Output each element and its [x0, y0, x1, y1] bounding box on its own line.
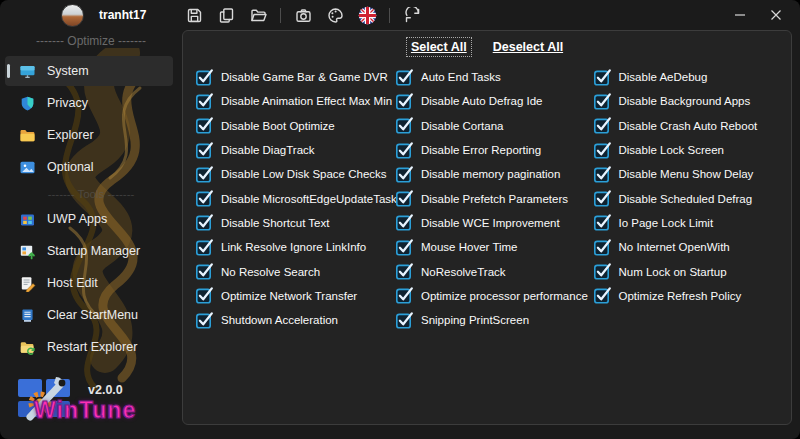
checkbox-label: Auto End Tasks	[421, 71, 501, 83]
checkbox-label: Disable Error Reporting	[421, 144, 541, 156]
checkbox-item[interactable]: Disable Boot Optimize	[196, 114, 396, 138]
minimize-button[interactable]	[722, 0, 758, 30]
checkbox-item[interactable]: Disable DiagTrack	[196, 138, 396, 162]
save-button[interactable]	[182, 3, 206, 27]
checkbox-item[interactable]: Optimize Refresh Policy	[594, 284, 792, 308]
checkbox-item[interactable]: Link Resolve Ignore LinkInfo	[196, 235, 396, 259]
checkbox-item[interactable]: No Internet OpenWith	[594, 235, 792, 259]
checkbox-item[interactable]: Disable Scheduled Defrag	[594, 186, 792, 210]
checkbox-item[interactable]: Disable Crash Auto Reboot	[594, 114, 792, 138]
tweaks-grid: Disable Game Bar & Game DVR Disable Anim…	[183, 56, 791, 332]
copy-button[interactable]	[214, 3, 238, 27]
store-box-icon	[19, 211, 36, 228]
checkbox-item[interactable]: Disable Prefetch Parameters	[396, 186, 594, 210]
sidebar-item-clear-startmenu[interactable]: Clear StartMenu	[5, 300, 173, 330]
checkbox-item[interactable]: Auto End Tasks	[396, 65, 594, 89]
checkbox-item[interactable]: Disable Animation Effect Max Min	[196, 89, 396, 113]
checkbox-item[interactable]: Disable memory pagination	[396, 162, 594, 186]
checkbox-item[interactable]: Disable Lock Screen	[594, 138, 792, 162]
checkbox-item[interactable]: Disable Game Bar & Game DVR	[196, 65, 396, 89]
monitor-icon	[19, 63, 36, 80]
checkbox-checked-icon	[594, 287, 611, 304]
checkbox-item[interactable]: Disable Menu Show Delay	[594, 162, 792, 186]
checkbox-label: Disable Animation Effect Max Min	[221, 95, 392, 107]
checkbox-item[interactable]: Disable Auto Defrag Ide	[396, 89, 594, 113]
user-avatar[interactable]	[61, 4, 84, 27]
checkbox-label: Mouse Hover Time	[421, 241, 518, 253]
checkbox-checked-icon	[396, 312, 413, 329]
brand-name: WinTune	[34, 397, 136, 424]
checkbox-label: NoResolveTrack	[421, 266, 506, 278]
close-icon	[770, 9, 782, 21]
copy-icon	[218, 7, 235, 24]
checkbox-checked-icon	[196, 312, 213, 329]
checkbox-item[interactable]: Shutdown Acceleration	[196, 308, 396, 332]
checkbox-checked-icon	[196, 190, 213, 207]
sidebar-item-system[interactable]: System	[5, 56, 173, 86]
sidebar-item-label: Optional	[47, 160, 94, 174]
sidebar-item-label: System	[47, 64, 89, 78]
titlebar: tranht17	[0, 0, 800, 30]
checkbox-item[interactable]: Disable Shortcut Text	[196, 211, 396, 235]
checkbox-checked-icon	[396, 190, 413, 207]
checkbox-item[interactable]: No Resolve Search	[196, 259, 396, 283]
checkbox-item[interactable]: Disable Cortana	[396, 114, 594, 138]
checkbox-checked-icon	[594, 93, 611, 110]
checkbox-checked-icon	[594, 117, 611, 134]
screenshot-button[interactable]	[291, 3, 315, 27]
checkbox-item[interactable]: NoResolveTrack	[396, 259, 594, 283]
checkbox-item[interactable]: Disable Low Disk Space Checks	[196, 162, 396, 186]
sidebar-item-explorer[interactable]: Explorer	[5, 120, 173, 150]
save-icon	[186, 7, 203, 24]
palette-icon	[327, 7, 344, 24]
sidebar-item-host-edit[interactable]: Host Edit	[5, 268, 173, 298]
theme-button[interactable]	[323, 3, 347, 27]
checkbox-item[interactable]: Optimize Network Transfer	[196, 284, 396, 308]
checkbox-item[interactable]: Num Lock on Startup	[594, 259, 792, 283]
sidebar-item-label: Privacy	[47, 96, 88, 110]
startup-window-icon	[19, 243, 36, 260]
checkbox-item[interactable]: Snipping PrintScreen	[396, 308, 594, 332]
checkbox-checked-icon	[594, 239, 611, 256]
sidebar-item-label: Host Edit	[47, 276, 98, 290]
sidebar-item-startup-manager[interactable]: Startup Manager	[5, 236, 173, 266]
language-button[interactable]	[355, 3, 379, 27]
refresh-icon	[404, 7, 421, 24]
checkbox-checked-icon	[196, 287, 213, 304]
username-label: tranht17	[99, 8, 146, 22]
checkbox-label: Disable Boot Optimize	[221, 120, 335, 132]
refresh-button[interactable]	[400, 3, 424, 27]
checkbox-item[interactable]: Io Page Lock Limit	[594, 211, 792, 235]
checkbox-label: Disable Background Apps	[619, 95, 751, 107]
sidebar-item-uwp-apps[interactable]: UWP Apps	[5, 204, 173, 234]
edit-document-icon	[19, 275, 36, 292]
sidebar-item-restart-explorer[interactable]: Restart Explorer	[5, 332, 173, 362]
deselect-all-link[interactable]: Deselect All	[489, 38, 567, 56]
select-all-link[interactable]: Select All	[407, 38, 471, 56]
checkbox-label: Num Lock on Startup	[619, 266, 727, 278]
sidebar-item-optional[interactable]: Optional	[5, 152, 173, 182]
checkbox-label: Disable AeDebug	[619, 71, 708, 83]
checkbox-item[interactable]: Disable WCE Improvement	[396, 211, 594, 235]
checkbox-checked-icon	[396, 287, 413, 304]
open-folder-button[interactable]	[246, 3, 270, 27]
checkbox-checked-icon	[196, 142, 213, 159]
checkbox-checked-icon	[396, 239, 413, 256]
folder-refresh-icon	[19, 339, 36, 356]
tweaks-column-1: Disable Game Bar & Game DVR Disable Anim…	[196, 65, 396, 332]
selection-indicator	[7, 64, 10, 78]
checkbox-item[interactable]: Optimize processor performance	[396, 284, 594, 308]
checkbox-item[interactable]: Disable MicrosoftEdgeUpdateTask	[196, 186, 396, 210]
close-button[interactable]	[758, 0, 794, 30]
checkbox-checked-icon	[594, 190, 611, 207]
checkbox-label: Disable DiagTrack	[221, 144, 315, 156]
checkbox-item[interactable]: Mouse Hover Time	[396, 235, 594, 259]
checkbox-item[interactable]: Disable AeDebug	[594, 65, 792, 89]
checkbox-item[interactable]: Disable Background Apps	[594, 89, 792, 113]
sidebar-item-label: UWP Apps	[47, 212, 107, 226]
toolbar	[182, 0, 424, 30]
checkbox-checked-icon	[196, 214, 213, 231]
checkbox-label: Disable Lock Screen	[619, 144, 724, 156]
checkbox-item[interactable]: Disable Error Reporting	[396, 138, 594, 162]
sidebar-item-privacy[interactable]: Privacy	[5, 88, 173, 118]
